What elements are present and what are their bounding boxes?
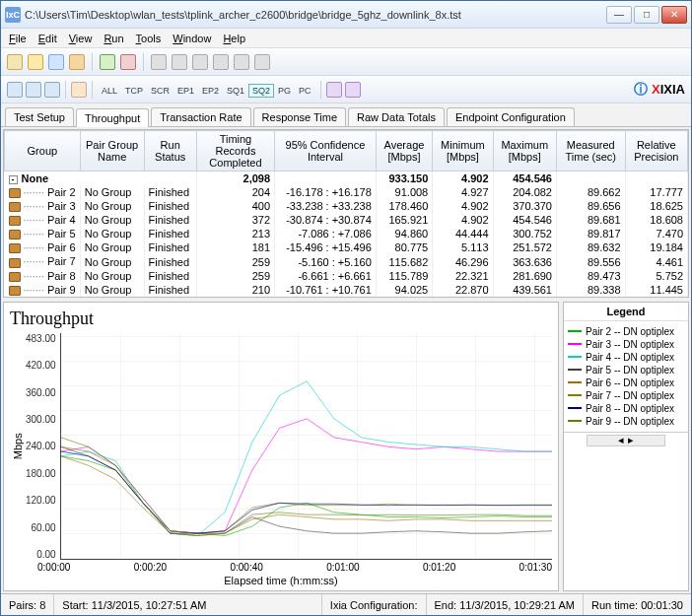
status-end: End: 11/3/2015, 10:29:21 AM xyxy=(427,594,585,615)
menu-help[interactable]: Help xyxy=(223,33,245,44)
proto-sq2[interactable]: SQ2 xyxy=(248,84,274,98)
series-line xyxy=(61,419,552,533)
table-row[interactable]: ······· Pair 4No GroupFinished372-30.874… xyxy=(5,213,688,227)
proto-ep2[interactable]: EP2 xyxy=(198,84,223,98)
table-row[interactable]: ······· Pair 3No GroupFinished400-33.238… xyxy=(5,199,688,213)
x-axis-label: Elapsed time (h:mm:ss) xyxy=(10,573,552,586)
minimize-button[interactable]: — xyxy=(606,6,632,24)
print-icon[interactable] xyxy=(69,54,85,70)
copy-icon[interactable] xyxy=(151,54,167,70)
proto-pg[interactable]: PG xyxy=(274,84,295,98)
x-axis-ticks: 0:00:000:00:200:00:400:01:000:01:200:01:… xyxy=(10,560,552,573)
status-config: Ixia Configuration: xyxy=(322,594,427,615)
col-header[interactable]: Timing Records Completed xyxy=(196,131,274,171)
chart3-icon[interactable] xyxy=(345,82,361,98)
close-button[interactable]: ✕ xyxy=(661,6,687,24)
maximize-button[interactable]: □ xyxy=(634,6,659,24)
legend-item[interactable]: Pair 5 -- DN optiplex xyxy=(568,364,684,376)
series-line xyxy=(61,456,552,536)
paste-icon[interactable] xyxy=(172,54,187,70)
col-header[interactable]: 95% Confidence Interval xyxy=(275,131,377,171)
legend-item[interactable]: Pair 4 -- DN optiplex xyxy=(568,351,684,364)
chart-title: Throughput xyxy=(10,308,552,329)
proto-tcp[interactable]: TCP xyxy=(121,84,147,98)
menu-window[interactable]: Window xyxy=(173,33,211,44)
menu-run[interactable]: Run xyxy=(104,33,123,44)
proto-ep1[interactable]: EP1 xyxy=(173,84,198,98)
y-axis-ticks: 483.00420.00360.00300.00240.00180.00120.… xyxy=(26,333,60,560)
info-icon[interactable]: ⓘ xyxy=(634,81,648,99)
menubar: FileEditViewRunToolsWindowHelp xyxy=(1,29,691,48)
menu-tools[interactable]: Tools xyxy=(136,33,162,44)
table-row[interactable]: ······· Pair 5No GroupFinished213-7.086 … xyxy=(5,227,688,240)
legend-item[interactable]: Pair 2 -- DN optiplex xyxy=(568,325,684,338)
status-runtime: Run time: 00:01:30 xyxy=(584,594,691,615)
menu-view[interactable]: View xyxy=(69,33,93,44)
col-header[interactable]: Measured Time (sec) xyxy=(556,131,625,171)
chart2-icon[interactable] xyxy=(326,82,342,98)
total-row[interactable]: -None2,098933.1504.902454.546 xyxy=(5,171,688,186)
col-header[interactable]: Average [Mbps] xyxy=(376,131,433,171)
table-row[interactable]: ······· Pair 8No GroupFinished259-6.661 … xyxy=(5,269,688,283)
menu-edit[interactable]: Edit xyxy=(38,33,57,44)
legend-panel: Legend Pair 2 -- DN optiplexPair 3 -- DN… xyxy=(563,302,689,591)
toolbar-protocols: ALLTCPSCREP1EP2SQ1SQ2PGPC ⓘ XIXIA xyxy=(1,76,691,103)
legend-item[interactable]: Pair 7 -- DN optiplex xyxy=(568,389,684,402)
table-row[interactable]: ······· Pair 2No GroupFinished204-16.178… xyxy=(5,185,688,199)
save-icon[interactable] xyxy=(48,54,64,70)
menu-file[interactable]: File xyxy=(9,33,27,44)
proto-all[interactable]: ALL xyxy=(98,84,121,98)
stop-icon[interactable] xyxy=(120,54,136,70)
proto-pc[interactable]: PC xyxy=(295,84,315,98)
col-header[interactable]: Maximum [Mbps] xyxy=(493,131,556,171)
legend-item[interactable]: Pair 8 -- DN optiplex xyxy=(568,402,684,415)
legend-item[interactable]: Pair 6 -- DN optiplex xyxy=(568,376,684,389)
legend-title: Legend xyxy=(564,303,688,321)
chart-icon[interactable] xyxy=(7,82,23,98)
col-header[interactable]: Run Status xyxy=(144,131,196,171)
proto-scr[interactable]: SCR xyxy=(147,84,173,98)
col-header[interactable]: Pair Group Name xyxy=(80,131,144,171)
plot-area[interactable] xyxy=(60,333,552,560)
tab-raw-data-totals[interactable]: Raw Data Totals xyxy=(348,107,445,126)
table-icon[interactable] xyxy=(26,82,41,98)
proto-sq1[interactable]: SQ1 xyxy=(223,84,248,98)
editpair-icon[interactable] xyxy=(234,54,249,70)
tab-throughput[interactable]: Throughput xyxy=(76,108,149,127)
export-icon[interactable] xyxy=(44,82,60,98)
cut-icon[interactable] xyxy=(192,54,208,70)
status-pairs: Pairs: 8 xyxy=(1,594,54,615)
tab-response-time[interactable]: Response Time xyxy=(253,107,346,126)
legend-item[interactable]: Pair 9 -- DN optiplex xyxy=(568,415,684,428)
series-line xyxy=(61,381,552,536)
app-icon: IxC xyxy=(5,7,21,23)
tab-test-setup[interactable]: Test Setup xyxy=(5,107,74,126)
app-window: IxC C:\Users\Tim\Desktop\wlan_tests\tpli… xyxy=(0,0,692,616)
brand-logo: ⓘ XIXIA xyxy=(634,81,685,99)
data-grid: GroupPair Group NameRun StatusTiming Rec… xyxy=(3,129,689,298)
legend-scrollbar[interactable]: ◂ ▸ xyxy=(587,435,665,446)
tabstrip: Test SetupThroughputTransaction RateResp… xyxy=(1,103,691,127)
legend-item[interactable]: Pair 3 -- DN optiplex xyxy=(568,338,684,351)
col-header[interactable]: Minimum [Mbps] xyxy=(433,131,493,171)
poll-icon[interactable] xyxy=(71,82,87,98)
table-row[interactable]: ······· Pair 7No GroupFinished259-5.160 … xyxy=(5,254,688,268)
open-icon[interactable] xyxy=(28,54,43,70)
table-row[interactable]: ······· Pair 9No GroupFinished210-10.761… xyxy=(5,283,688,297)
tab-transaction-rate[interactable]: Transaction Rate xyxy=(151,107,250,126)
titlebar: IxC C:\Users\Tim\Desktop\wlan_tests\tpli… xyxy=(1,1,691,29)
table-row[interactable]: ······· Pair 6No GroupFinished181-15.496… xyxy=(5,240,688,254)
window-title: C:\Users\Tim\Desktop\wlan_tests\tplink_a… xyxy=(25,9,606,21)
status-bar: Pairs: 8 Start: 11/3/2015, 10:27:51 AM I… xyxy=(1,593,691,615)
col-header[interactable]: Group xyxy=(5,131,81,171)
status-start: Start: 11/3/2015, 10:27:51 AM xyxy=(54,594,322,615)
chart-panel: Throughput Mbps 483.00420.00360.00300.00… xyxy=(3,302,559,591)
col-header[interactable]: Relative Precision xyxy=(625,131,687,171)
tab-endpoint-configuration[interactable]: Endpoint Configuration xyxy=(447,107,575,126)
toolbar-main xyxy=(1,48,691,76)
y-axis-label: Mbps xyxy=(10,333,26,560)
new-icon[interactable] xyxy=(7,54,23,70)
clone-icon[interactable] xyxy=(213,54,229,70)
run-icon[interactable] xyxy=(100,54,115,70)
swap-icon[interactable] xyxy=(254,54,270,70)
